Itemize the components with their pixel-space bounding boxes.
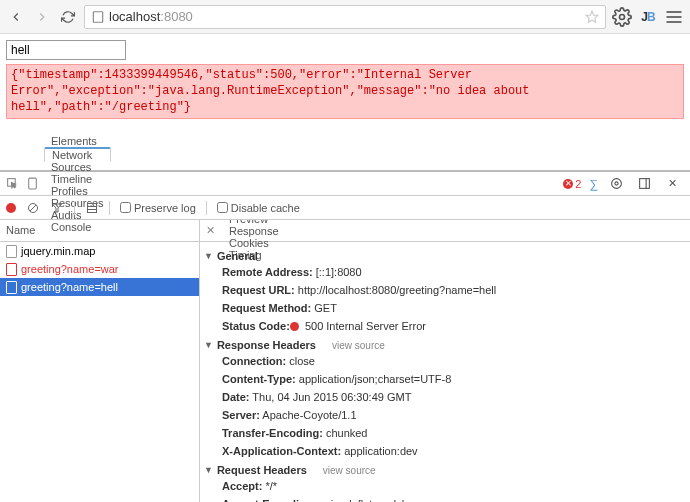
header-entry: Status Code: 500 Internal Server Error — [200, 318, 690, 336]
view-icon[interactable] — [85, 201, 99, 215]
detail-tab-bar: ✕ HeadersPreviewResponseCookiesTiming — [200, 220, 690, 242]
dock-icon[interactable] — [634, 174, 654, 194]
file-icon — [6, 281, 17, 294]
jb-extension-icon[interactable]: JB — [638, 7, 658, 27]
page-content: {"timestamp":1433399449546,"status":500,… — [0, 34, 690, 125]
header-entry: Date: Thu, 04 Jun 2015 06:30:49 GMT — [200, 389, 690, 407]
network-detail-pane: ✕ HeadersPreviewResponseCookiesTiming ▼G… — [200, 220, 690, 502]
devtools-tab-bar: ElementsNetworkSourcesTimelineProfilesRe… — [0, 172, 690, 196]
network-request-row[interactable]: greeting?name=war — [0, 260, 199, 278]
forward-button[interactable] — [32, 7, 52, 27]
header-entry: Remote Address: [::1]:8080 — [200, 264, 690, 282]
url-text: localhost:8080 — [109, 9, 581, 24]
close-detail-icon[interactable]: ✕ — [200, 224, 221, 237]
status-dot-icon — [290, 322, 299, 331]
network-request-row[interactable]: greeting?name=hell — [0, 278, 199, 296]
svg-marker-14 — [53, 204, 62, 212]
devtools-tab-profiles[interactable]: Profiles — [44, 185, 111, 197]
header-entry: Request URL: http://localhost:8080/greet… — [200, 282, 690, 300]
header-entry: Content-Type: application/json;charset=U… — [200, 371, 690, 389]
header-entry: Accept: */* — [200, 478, 690, 496]
header-entry: Connection: close — [200, 353, 690, 371]
list-header-name[interactable]: Name — [0, 220, 199, 242]
disable-cache-checkbox[interactable]: Disable cache — [217, 202, 300, 214]
page-icon — [91, 10, 105, 24]
devtools-tab-sources[interactable]: Sources — [44, 161, 111, 173]
devtools-tab-elements[interactable]: Elements — [44, 135, 111, 147]
file-icon — [6, 263, 17, 276]
header-entry: Request Method: GET — [200, 300, 690, 318]
network-request-row[interactable]: jquery.min.map — [0, 242, 199, 260]
file-icon — [6, 245, 17, 258]
section-header[interactable]: ▼General — [200, 248, 690, 264]
devtools-settings-icon[interactable] — [606, 174, 626, 194]
settings-icon[interactable] — [612, 7, 632, 27]
view-source-link[interactable]: view source — [332, 340, 385, 351]
detail-tab-response[interactable]: Response — [221, 225, 287, 237]
header-entry: Transfer-Encoding: chunked — [200, 425, 690, 443]
error-response-box: {"timestamp":1433399449546,"status":500,… — [6, 64, 684, 119]
svg-rect-0 — [93, 11, 102, 22]
svg-rect-15 — [88, 203, 97, 212]
devtools-tab-network[interactable]: Network — [44, 147, 111, 162]
view-source-link[interactable]: view source — [323, 465, 376, 476]
svg-marker-1 — [586, 11, 598, 22]
preserve-log-checkbox[interactable]: Preserve log — [120, 202, 196, 214]
header-entry: Accept-Encoding: gzip, deflate, sdch — [200, 496, 690, 502]
devtools-panel: ElementsNetworkSourcesTimelineProfilesRe… — [0, 170, 690, 502]
reload-button[interactable] — [58, 7, 78, 27]
section-header[interactable]: ▼Request Headersview source — [200, 462, 690, 478]
inspect-icon[interactable] — [4, 176, 20, 192]
devtools-close-icon[interactable]: ✕ — [662, 174, 682, 194]
svg-rect-7 — [28, 178, 36, 189]
network-request-list: Name jquery.min.mapgreeting?name=wargree… — [0, 220, 200, 502]
clear-icon[interactable] — [26, 201, 40, 215]
section-header[interactable]: ▼Response Headersview source — [200, 337, 690, 353]
browser-toolbar: localhost:8080 JB — [0, 0, 690, 34]
drawer-toggle-icon[interactable]: ∑ — [589, 177, 598, 191]
star-icon[interactable] — [585, 10, 599, 24]
network-toolbar: Preserve log Disable cache — [0, 196, 690, 220]
menu-icon[interactable] — [664, 7, 684, 27]
console-error-count[interactable]: ✕2 — [563, 178, 581, 190]
svg-rect-10 — [639, 179, 649, 189]
header-entry: X-Application-Context: application:dev — [200, 443, 690, 461]
svg-line-13 — [30, 205, 36, 211]
header-entry: Server: Apache-Coyote/1.1 — [200, 407, 690, 425]
svg-point-8 — [614, 182, 617, 185]
greeting-input[interactable] — [6, 40, 126, 60]
device-icon[interactable] — [24, 176, 40, 192]
address-bar[interactable]: localhost:8080 — [84, 5, 606, 29]
devtools-tab-timeline[interactable]: Timeline — [44, 173, 111, 185]
filter-icon[interactable] — [50, 201, 64, 215]
record-button[interactable] — [6, 203, 16, 213]
svg-point-2 — [620, 14, 625, 19]
svg-point-9 — [611, 179, 621, 189]
back-button[interactable] — [6, 7, 26, 27]
